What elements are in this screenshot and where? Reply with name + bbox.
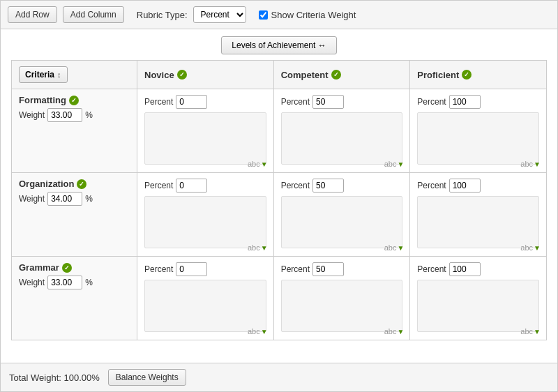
organization-competent-cell: Percent abc ▼	[274, 173, 411, 257]
novice-header-cell: Novice ✓	[137, 61, 274, 89]
sort-icon: ↕	[57, 70, 61, 79]
grammar-competent-abc: abc ▼	[384, 327, 405, 336]
criteria-cell-formatting: Formatting ✓ Weight %	[12, 89, 137, 173]
content-area: Levels of Achievement ↔ Criteria ↕ Novic…	[1, 29, 557, 363]
grammar-competent-textarea[interactable]	[281, 280, 403, 332]
grammar-proficient-textarea[interactable]	[417, 280, 539, 332]
grammar-novice-abc: abc ▼	[248, 327, 268, 336]
rubric-type-label: Rubric Type:	[137, 10, 188, 20]
proficient-check-icon: ✓	[462, 70, 472, 80]
footer: Total Weight: 100.00% Balance Weights	[1, 363, 557, 391]
abc-arrow-icon: ▼	[534, 244, 541, 252]
add-column-button[interactable]: Add Column	[63, 6, 124, 23]
abc-arrow-icon: ▼	[534, 328, 541, 336]
formatting-proficient-cell: Percent abc ▼	[410, 89, 547, 173]
levels-of-achievement-button[interactable]: Levels of Achievement ↔	[221, 36, 336, 54]
organization-proficient-percent[interactable]	[449, 179, 481, 193]
abc-arrow-icon: ▼	[261, 160, 268, 168]
toolbar: Add Row Add Column Rubric Type: Percent …	[1, 1, 557, 29]
grammar-proficient-percent[interactable]	[449, 262, 481, 276]
grammar-proficient-abc: abc ▼	[520, 327, 541, 336]
formatting-weight-input[interactable]	[47, 108, 82, 122]
criteria-sort-button[interactable]: Criteria ↕	[19, 66, 68, 83]
balance-weights-button[interactable]: Balance Weights	[108, 369, 186, 386]
organization-novice-cell: Percent abc ▼	[137, 173, 274, 257]
show-criteria-weight-checkbox[interactable]	[259, 10, 268, 20]
abc-arrow-icon: ▼	[397, 160, 404, 168]
formatting-novice-textarea[interactable]	[144, 112, 266, 165]
criteria-name-formatting: Formatting ✓	[19, 95, 130, 105]
grammar-check-icon: ✓	[62, 263, 72, 273]
organization-competent-abc: abc ▼	[384, 243, 405, 252]
organization-proficient-textarea[interactable]	[417, 196, 539, 248]
levels-header: Levels of Achievement ↔	[11, 36, 547, 54]
grammar-competent-percent[interactable]	[312, 262, 344, 276]
abc-arrow-icon: ▼	[397, 244, 404, 252]
organization-proficient-cell: Percent abc ▼	[410, 173, 547, 257]
formatting-proficient-abc: abc ▼	[520, 160, 541, 168]
rubric-grid: Criteria ↕ Novice ✓ Competent ✓ Proficie…	[11, 60, 547, 340]
grammar-novice-textarea[interactable]	[144, 280, 266, 332]
grammar-novice-percent[interactable]	[176, 262, 207, 276]
criteria-name-organization: Organization ✓	[19, 179, 130, 189]
organization-check-icon: ✓	[77, 179, 86, 189]
organization-weight-input[interactable]	[47, 192, 82, 206]
formatting-novice-percent[interactable]	[176, 95, 207, 109]
formatting-competent-abc: abc ▼	[384, 160, 405, 168]
formatting-check-icon: ✓	[69, 96, 79, 105]
organization-competent-textarea[interactable]	[281, 196, 403, 248]
criteria-cell-grammar: Grammar ✓ Weight %	[12, 257, 137, 340]
formatting-proficient-textarea[interactable]	[417, 112, 539, 165]
formatting-novice-abc: abc ▼	[248, 160, 268, 168]
grammar-competent-cell: Percent abc ▼	[274, 257, 411, 340]
competent-check-icon: ✓	[331, 70, 341, 80]
organization-novice-textarea[interactable]	[144, 196, 266, 248]
organization-proficient-abc: abc ▼	[520, 243, 541, 252]
proficient-header-cell: Proficient ✓	[410, 61, 547, 89]
competent-header-cell: Competent ✓	[274, 61, 411, 89]
show-criteria-weight-label[interactable]: Show Criteria Weight	[259, 10, 356, 20]
abc-arrow-icon: ▼	[261, 244, 268, 252]
abc-arrow-icon: ▼	[397, 328, 404, 336]
abc-arrow-icon: ▼	[261, 328, 268, 336]
formatting-novice-cell: Percent abc ▼	[137, 89, 274, 173]
formatting-competent-percent[interactable]	[312, 95, 344, 109]
criteria-header-cell: Criteria ↕	[12, 61, 137, 89]
criteria-name-grammar: Grammar ✓	[19, 262, 130, 273]
organization-novice-percent[interactable]	[176, 179, 207, 193]
grammar-weight-input[interactable]	[47, 276, 82, 289]
formatting-competent-textarea[interactable]	[281, 112, 403, 165]
formatting-competent-cell: Percent abc ▼	[274, 89, 411, 173]
organization-novice-abc: abc ▼	[248, 243, 268, 252]
add-row-button[interactable]: Add Row	[8, 6, 57, 23]
rubric-type-select[interactable]: Percent Points Custom	[193, 6, 246, 23]
abc-arrow-icon: ▼	[534, 160, 541, 168]
criteria-cell-organization: Organization ✓ Weight %	[12, 173, 137, 257]
grammar-novice-cell: Percent abc ▼	[137, 257, 274, 340]
total-weight-text: Total Weight: 100.00%	[9, 372, 100, 383]
novice-check-icon: ✓	[177, 70, 187, 80]
grammar-proficient-cell: Percent abc ▼	[410, 257, 547, 340]
formatting-proficient-percent[interactable]	[449, 95, 481, 109]
organization-competent-percent[interactable]	[312, 179, 344, 193]
